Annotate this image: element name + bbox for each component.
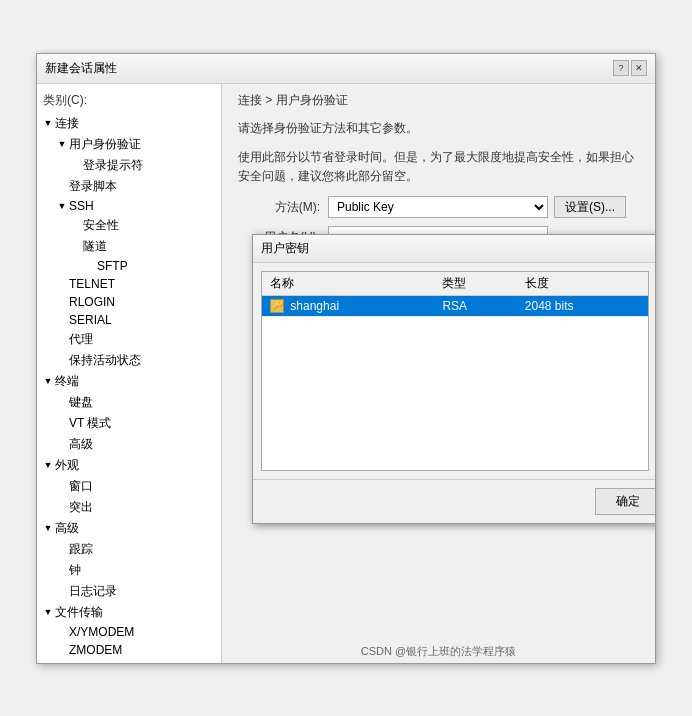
key-table-area: 名称 类型 长度 🔑 shanghai [261, 271, 649, 471]
col-length: 长度 [517, 272, 648, 296]
settings-button[interactable]: 设置(S)... [554, 196, 626, 218]
sidebar-item-window[interactable]: 窗口 [37, 476, 221, 497]
expander-icon: ▼ [41, 118, 55, 128]
method-select[interactable]: Public Key Password Keyboard Interactive… [328, 196, 548, 218]
sidebar-item-file-transfer[interactable]: ▼文件传输 [37, 602, 221, 623]
sidebar-item-lian-jie[interactable]: ▼连接 [37, 113, 221, 134]
sidebar-item-highlight[interactable]: 突出 [37, 497, 221, 518]
subdialog-titlebar: 用户密钥 ? ✕ [253, 235, 655, 263]
sidebar-item-denglu-jiaob[interactable]: 登录脚本 [37, 176, 221, 197]
sidebar-item-keepalive[interactable]: 保持活动状态 [37, 350, 221, 371]
key-length-cell: 2048 bits [517, 295, 648, 317]
help-button[interactable]: ? [613, 60, 629, 76]
sidebar-item-bell[interactable]: 钟 [37, 560, 221, 581]
sidebar-item-appearance[interactable]: ▼外观 [37, 455, 221, 476]
sidebar-item-advanced-terminal[interactable]: 高级 [37, 434, 221, 455]
sidebar-item-terminal[interactable]: ▼终端 [37, 371, 221, 392]
desc-text-2: 使用此部分以节省登录时间。但是，为了最大限度地提高安全性，如果担心安全问题，建议… [238, 148, 639, 186]
sidebar-item-trace[interactable]: 跟踪 [37, 539, 221, 560]
sidebar-label: 类别(C): [37, 88, 221, 113]
sidebar-item-vt-mode[interactable]: VT 模式 [37, 413, 221, 434]
sidebar-item-telnet[interactable]: TELNET [37, 275, 221, 293]
main-content: 连接 > 用户身份验证 请选择身份验证方法和其它参数。 使用此部分以节省登录时间… [222, 84, 655, 663]
sidebar-item-proxy[interactable]: 代理 [37, 329, 221, 350]
sidebar-item-logging[interactable]: 日志记录 [37, 581, 221, 602]
sidebar-item-sftp[interactable]: SFTP [37, 257, 221, 275]
table-row[interactable]: 🔑 shanghai RSA 2048 bits [262, 295, 648, 317]
watermark: CSDN @银行上班的法学程序猿 [222, 644, 655, 659]
sidebar-item-ssh[interactable]: ▼SSH [37, 197, 221, 215]
sidebar-item-serial[interactable]: SERIAL [37, 311, 221, 329]
expander-icon: ▼ [41, 460, 55, 470]
sidebar-item-tunnel[interactable]: 隧道 [37, 236, 221, 257]
title-bar: 新建会话属性 ? ✕ [37, 54, 655, 84]
sidebar-item-yong-hu[interactable]: ▼用户身份验证 [37, 134, 221, 155]
subdialog-title: 用户密钥 [261, 240, 309, 257]
window-controls: ? ✕ [613, 60, 647, 76]
breadcrumb: 连接 > 用户身份验证 [222, 84, 655, 113]
dialog-title: 新建会话属性 [45, 60, 117, 77]
subdialog-body: 名称 类型 长度 🔑 shanghai [253, 263, 655, 479]
sidebar-item-security[interactable]: 安全性 [37, 215, 221, 236]
col-type: 类型 [434, 272, 516, 296]
desc-text-1: 请选择身份验证方法和其它参数。 [238, 119, 639, 138]
sidebar-item-keyboard[interactable]: 键盘 [37, 392, 221, 413]
expander-icon: ▼ [55, 201, 69, 211]
expander-icon: ▼ [41, 607, 55, 617]
key-name-cell: 🔑 shanghai [262, 295, 434, 317]
main-dialog: 新建会话属性 ? ✕ 类别(C): ▼连接 ▼用户身份验证 登录提示符 登录脚本… [36, 53, 656, 664]
method-label: 方法(M): [238, 199, 328, 216]
subdialog-userkey: 用户密钥 ? ✕ 名称 类型 长度 [252, 234, 655, 524]
sidebar-item-zmodem[interactable]: ZMODEM [37, 641, 221, 659]
method-row: 方法(M): Public Key Password Keyboard Inte… [238, 196, 639, 218]
sidebar-item-xymodem[interactable]: X/YMODEM [37, 623, 221, 641]
ok-button[interactable]: 确定 [595, 488, 655, 515]
expander-icon: ▼ [41, 523, 55, 533]
close-button[interactable]: ✕ [631, 60, 647, 76]
subdialog-footer: 确定 取消 [253, 479, 655, 523]
dialog-body: 类别(C): ▼连接 ▼用户身份验证 登录提示符 登录脚本 ▼SSH 安全性 隧… [37, 84, 655, 663]
key-type-cell: RSA [434, 295, 516, 317]
expander-icon: ▼ [41, 376, 55, 386]
sidebar-item-advanced[interactable]: ▼高级 [37, 518, 221, 539]
col-name: 名称 [262, 272, 434, 296]
sidebar: 类别(C): ▼连接 ▼用户身份验证 登录提示符 登录脚本 ▼SSH 安全性 隧… [37, 84, 222, 663]
key-table: 名称 类型 长度 🔑 shanghai [262, 272, 648, 318]
expander-icon: ▼ [55, 139, 69, 149]
sidebar-item-denglu-tishi[interactable]: 登录提示符 [37, 155, 221, 176]
key-icon: 🔑 [270, 299, 284, 313]
sidebar-item-rlogin[interactable]: RLOGIN [37, 293, 221, 311]
